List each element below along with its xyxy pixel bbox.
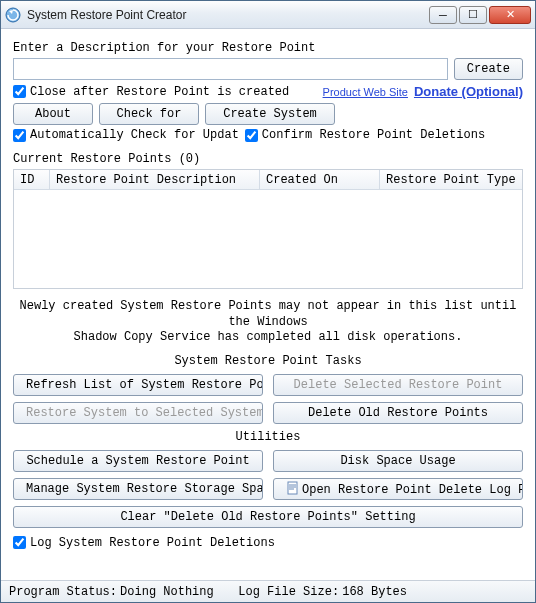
window-buttons: ─ ☐ ✕ <box>429 6 531 24</box>
clear-setting-button[interactable]: Clear "Delete Old Restore Points" Settin… <box>13 506 523 528</box>
auto-check-label: Automatically Check for Updat <box>30 128 239 142</box>
confirm-delete-label: Confirm Restore Point Deletions <box>262 128 485 142</box>
table-header: ID Restore Point Description Created On … <box>14 170 522 190</box>
open-log-label: Open Restore Point Delete Log File <box>302 483 523 497</box>
check-for-button[interactable]: Check for <box>99 103 199 125</box>
close-after-checkbox[interactable]: Close after Restore Point is created <box>13 85 289 99</box>
logsize-value: 168 Bytes <box>342 585 407 599</box>
donate-link[interactable]: Donate (Optional) <box>414 84 523 99</box>
create-system-button[interactable]: Create System <box>205 103 335 125</box>
log-deletions-label: Log System Restore Point Deletions <box>30 536 275 550</box>
confirm-delete-checkbox[interactable]: Confirm Restore Point Deletions <box>245 128 485 142</box>
note-text: Newly created System Restore Points may … <box>13 299 523 346</box>
content-area: Enter a Description for your Restore Poi… <box>1 29 535 580</box>
description-label: Enter a Description for your Restore Poi… <box>13 41 523 55</box>
col-type[interactable]: Restore Point Type <box>380 170 522 189</box>
delete-selected-button[interactable]: Delete Selected Restore Point <box>273 374 523 396</box>
table-body <box>14 190 522 288</box>
log-deletions-checkbox[interactable]: Log System Restore Point Deletions <box>13 536 523 550</box>
svg-rect-1 <box>288 482 297 494</box>
about-button[interactable]: About <box>13 103 93 125</box>
manage-storage-button[interactable]: Manage System Restore Storage Space <box>13 478 263 500</box>
restore-selected-button[interactable]: Restore System to Selected System <box>13 402 263 424</box>
auto-check-check[interactable] <box>13 129 26 142</box>
delete-old-button[interactable]: Delete Old Restore Points <box>273 402 523 424</box>
disk-usage-button[interactable]: Disk Space Usage <box>273 450 523 472</box>
status-bar: Program Status: Doing Nothing Log File S… <box>1 580 535 602</box>
utilities-title: Utilities <box>13 430 523 444</box>
close-after-check[interactable] <box>13 85 26 98</box>
col-id[interactable]: ID <box>14 170 50 189</box>
col-created[interactable]: Created On <box>260 170 380 189</box>
app-icon <box>5 7 21 23</box>
status-label: Program Status: <box>9 585 117 599</box>
confirm-delete-check[interactable] <box>245 129 258 142</box>
titlebar[interactable]: System Restore Point Creator ─ ☐ ✕ <box>1 1 535 29</box>
close-button[interactable]: ✕ <box>489 6 531 24</box>
description-input[interactable] <box>13 58 448 80</box>
col-desc[interactable]: Restore Point Description <box>50 170 260 189</box>
auto-check-checkbox[interactable]: Automatically Check for Updat <box>13 128 239 142</box>
product-website-link[interactable]: Product Web Site <box>323 86 408 98</box>
refresh-list-button[interactable]: Refresh List of System Restore Points <box>13 374 263 396</box>
log-deletions-check[interactable] <box>13 536 26 549</box>
current-points-label: Current Restore Points (0) <box>13 152 523 166</box>
app-window: System Restore Point Creator ─ ☐ ✕ Enter… <box>0 0 536 603</box>
minimize-button[interactable]: ─ <box>429 6 457 24</box>
tasks-title: System Restore Point Tasks <box>13 354 523 368</box>
window-title: System Restore Point Creator <box>27 8 429 22</box>
create-button[interactable]: Create <box>454 58 523 80</box>
schedule-button[interactable]: Schedule a System Restore Point <box>13 450 263 472</box>
file-icon <box>286 481 300 495</box>
open-log-button[interactable]: Open Restore Point Delete Log File <box>273 478 523 500</box>
restore-points-table[interactable]: ID Restore Point Description Created On … <box>13 169 523 289</box>
status-value: Doing Nothing <box>120 585 214 599</box>
close-after-label: Close after Restore Point is created <box>30 85 289 99</box>
maximize-button[interactable]: ☐ <box>459 6 487 24</box>
logsize-label: Log File Size: <box>238 585 339 599</box>
